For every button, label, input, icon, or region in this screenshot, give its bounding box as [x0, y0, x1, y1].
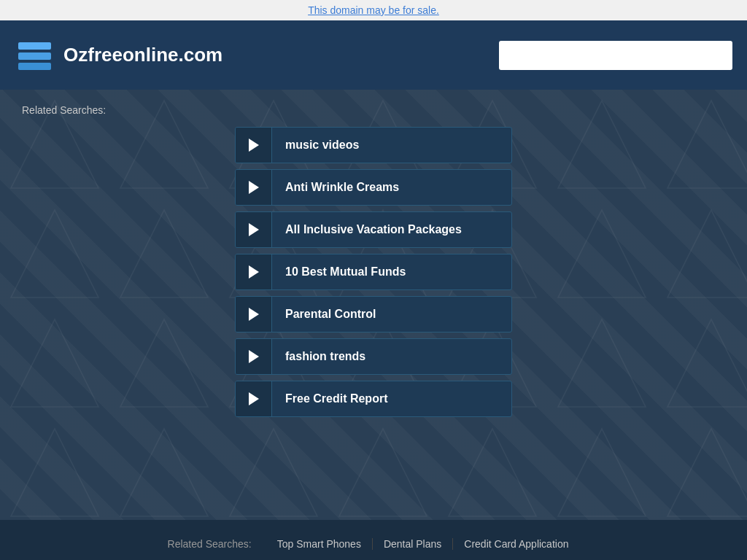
- related-searches-label: Related Searches:: [22, 104, 725, 116]
- main-content: Related Searches: music videosAnti Wrink…: [0, 90, 747, 520]
- search-item-label: Free Credit Report: [272, 392, 400, 405]
- footer-link[interactable]: Credit Card Application: [453, 538, 579, 550]
- search-item-label: All Inclusive Vacation Packages: [272, 223, 475, 236]
- play-icon: [236, 212, 272, 247]
- header: Ozfreeonline.com: [0, 20, 747, 90]
- play-icon: [236, 170, 272, 205]
- search-item-label: 10 Best Mutual Funds: [272, 265, 419, 279]
- play-icon: [236, 297, 272, 332]
- site-title: Ozfreeonline.com: [63, 44, 222, 66]
- footer: Related Searches: Top Smart PhonesDental…: [0, 520, 747, 560]
- play-icon: [236, 381, 272, 416]
- svg-rect-1: [18, 52, 51, 60]
- sale-banner-link[interactable]: This domain may be for sale.: [308, 4, 439, 16]
- footer-link[interactable]: Top Smart Phones: [266, 538, 373, 550]
- search-item[interactable]: Parental Control: [235, 296, 512, 332]
- play-icon: [236, 254, 272, 289]
- search-input[interactable]: [499, 41, 732, 70]
- search-item[interactable]: Free Credit Report: [235, 381, 512, 417]
- search-item[interactable]: music videos: [235, 127, 512, 163]
- footer-related-label: Related Searches:: [168, 538, 252, 550]
- search-item-label: Parental Control: [272, 308, 389, 321]
- play-icon: [236, 128, 272, 163]
- logo-area: Ozfreeonline.com: [15, 35, 222, 75]
- sale-banner: This domain may be for sale.: [0, 0, 747, 20]
- search-item[interactable]: Anti Wrinkle Creams: [235, 169, 512, 206]
- svg-rect-2: [18, 42, 51, 50]
- search-item[interactable]: All Inclusive Vacation Packages: [235, 211, 512, 248]
- search-item[interactable]: 10 Best Mutual Funds: [235, 254, 512, 290]
- search-item-label: fashion trends: [272, 350, 379, 363]
- logo-icon: [15, 35, 55, 75]
- play-icon: [236, 339, 272, 374]
- search-item-label: Anti Wrinkle Creams: [272, 181, 412, 194]
- svg-rect-0: [18, 63, 51, 70]
- footer-link[interactable]: Dental Plans: [373, 538, 453, 550]
- search-item-label: music videos: [272, 139, 372, 152]
- search-items-list: music videosAnti Wrinkle CreamsAll Inclu…: [235, 127, 512, 417]
- search-item[interactable]: fashion trends: [235, 338, 512, 375]
